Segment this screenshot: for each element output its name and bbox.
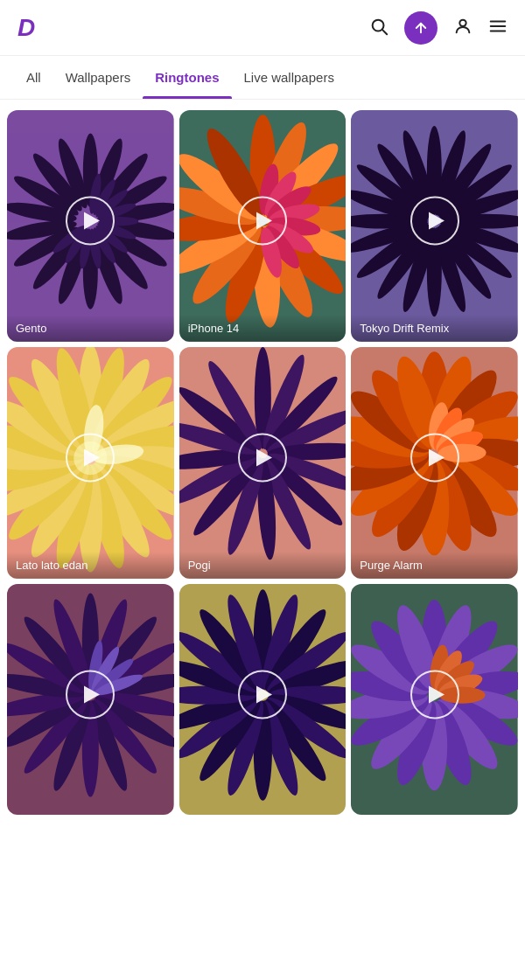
play-button[interactable] [66, 197, 115, 246]
menu-icon[interactable] [488, 17, 508, 39]
play-button[interactable] [238, 670, 287, 719]
tab-ringtones[interactable]: Ringtones [143, 56, 231, 99]
svg-point-3 [459, 19, 466, 25]
profile-icon[interactable] [453, 17, 472, 39]
card-gento[interactable]: Gento [7, 110, 174, 342]
tabs-nav: All Wallpapers Ringtones Live wallpapers [0, 56, 525, 100]
card-purge-alarm[interactable]: Purge Alarm [351, 347, 518, 579]
play-button[interactable] [238, 434, 287, 483]
play-button[interactable] [410, 434, 459, 483]
header: D [0, 0, 525, 56]
card-title: Pogi [179, 552, 346, 579]
card-title: Tokyo Drift Remix [351, 315, 518, 342]
svg-line-1 [382, 30, 387, 34]
tab-all[interactable]: All [14, 56, 53, 99]
card-row3-3[interactable] [351, 584, 518, 816]
play-button[interactable] [410, 197, 459, 246]
play-button[interactable] [66, 670, 115, 719]
card-tokyo-drift[interactable]: Tokyo Drift Remix [351, 110, 518, 342]
card-title: Gento [7, 315, 174, 342]
card-title: Lato lato edan [7, 552, 174, 579]
upload-button[interactable] [404, 11, 438, 45]
card-lato-lato[interactable]: Lato lato edan [7, 347, 174, 579]
play-button[interactable] [66, 434, 115, 483]
search-icon[interactable] [369, 17, 388, 39]
ringtones-grid: Gento [0, 100, 525, 825]
card-row3-1[interactable] [7, 584, 174, 816]
card-pogi[interactable]: Pogi [179, 347, 346, 579]
card-row3-2[interactable] [179, 584, 346, 816]
tab-live-wallpapers[interactable]: Live wallpapers [232, 56, 346, 99]
header-icons [369, 11, 508, 45]
card-title: iPhone 14 [179, 315, 346, 342]
play-button[interactable] [410, 670, 459, 719]
play-button[interactable] [238, 197, 287, 246]
logo: D [18, 14, 33, 42]
card-title: Purge Alarm [351, 552, 518, 579]
card-iphone14[interactable]: iPhone 14 [179, 110, 346, 342]
tab-wallpapers[interactable]: Wallpapers [53, 56, 143, 99]
